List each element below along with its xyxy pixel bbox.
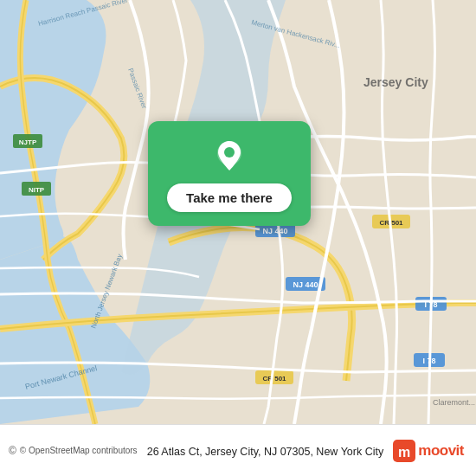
svg-text:NJ 440: NJ 440	[293, 280, 318, 289]
moovit-logo: m moovit	[393, 440, 464, 462]
map-container: I 78 NJ 440 NJ 440 CR 501 CR 501 I 78	[0, 0, 476, 424]
bottom-bar: © © OpenStreetMap contributors 26 Atlas …	[0, 424, 476, 476]
svg-text:Jersey City: Jersey City	[363, 75, 428, 89]
svg-text:NJ 440: NJ 440	[262, 227, 287, 235]
moovit-m-icon: m	[393, 440, 415, 462]
location-pin-icon	[210, 137, 248, 175]
moovit-logo-text: moovit	[418, 442, 464, 460]
osm-credit: © © OpenStreetMap contributors	[9, 445, 138, 457]
svg-text:m: m	[398, 445, 410, 460]
callout-popup: Take me there	[134, 121, 325, 226]
address-block: 26 Atlas Ct, Jersey City, NJ 07305, New …	[138, 443, 394, 459]
svg-text:NJTP: NJTP	[19, 138, 37, 146]
callout-box[interactable]: Take me there	[148, 121, 311, 226]
address-text: 26 Atlas Ct, Jersey City, NJ 07305, New …	[147, 446, 384, 458]
take-me-there-button[interactable]: Take me there	[167, 183, 292, 212]
svg-text:Claremont...: Claremont...	[433, 398, 475, 407]
svg-point-25	[224, 147, 235, 158]
svg-text:CR 501: CR 501	[262, 375, 286, 383]
osm-credit-text: © OpenStreetMap contributors	[20, 446, 138, 455]
svg-text:NITP: NITP	[29, 186, 45, 194]
